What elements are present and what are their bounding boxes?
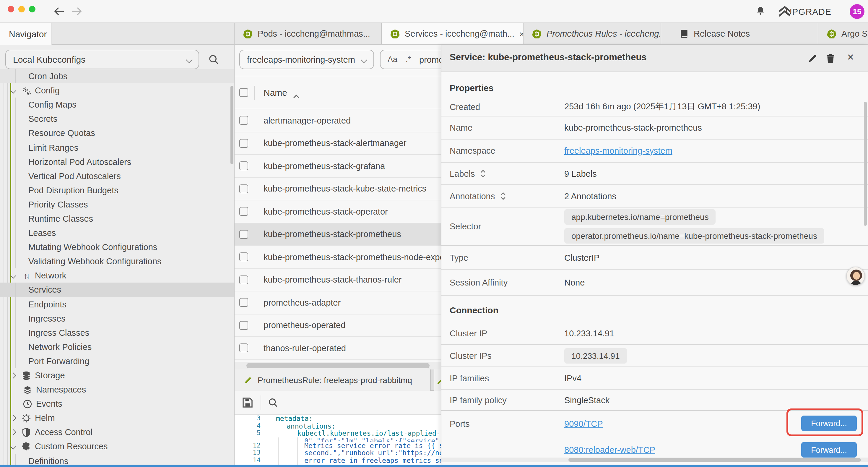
sidebar-item-config-maps[interactable]: Config Maps xyxy=(0,97,234,112)
sidebar-item-secrets[interactable]: Secrets xyxy=(0,112,234,126)
sidebar-item-helm[interactable]: Helm xyxy=(0,411,234,425)
regex-icon[interactable]: .* xyxy=(406,55,411,64)
sidebar-item-validating-webhook-configurations[interactable]: Validating Webhook Configurations xyxy=(0,254,234,268)
sidebar-item-network-policies[interactable]: Network Policies xyxy=(0,340,234,354)
close-tab-icon[interactable]: × xyxy=(514,29,524,39)
scrollbar-thumb[interactable] xyxy=(568,458,861,462)
sidebar-item-services[interactable]: Services xyxy=(0,283,234,297)
row-checkbox[interactable] xyxy=(239,230,248,239)
tab-argo-se[interactable]: Argo Se xyxy=(818,23,868,44)
upgrade-label[interactable]: UPGRADE xyxy=(785,6,831,17)
table-row[interactable]: prometheus-operated xyxy=(235,314,441,337)
user-avatar[interactable] xyxy=(846,267,865,286)
table-row[interactable]: prometheus-adapter xyxy=(235,291,441,314)
edit-pencil-icon[interactable] xyxy=(808,53,818,63)
namespace-select[interactable]: freeleaps-monitoring-system xyxy=(239,50,374,69)
table-row[interactable]: kube-prometheus-stack-operator xyxy=(235,200,441,223)
match-case-icon[interactable]: Aa xyxy=(388,55,397,64)
namespace-link[interactable]: freeleaps-monitoring-system xyxy=(564,146,673,155)
table-horizontal-scrollbar[interactable] xyxy=(235,362,441,370)
column-name-header[interactable]: Name xyxy=(264,87,287,97)
sidebar-item-horizontal-pod-autoscalers[interactable]: Horizontal Pod Autoscalers xyxy=(0,154,234,169)
row-checkbox[interactable] xyxy=(239,139,248,148)
sidebar-item-resource-quotas[interactable]: Resource Quotas xyxy=(0,126,234,140)
row-checkbox[interactable] xyxy=(239,344,248,353)
port-link-1[interactable]: 9090/TCP xyxy=(564,419,603,429)
sidebar-item-storage[interactable]: Storage xyxy=(0,368,234,382)
editor-tab-partial[interactable] xyxy=(434,370,441,391)
sidebar-item-runtime-classes[interactable]: Runtime Classes xyxy=(0,212,234,226)
row-checkbox[interactable] xyxy=(239,253,248,262)
row-checkbox[interactable] xyxy=(239,321,248,330)
sidebar-item-endpoints[interactable]: Endpoints xyxy=(0,297,234,311)
sidebar-item-ingresses[interactable]: Ingresses xyxy=(0,311,234,325)
delete-trash-icon[interactable] xyxy=(826,53,836,63)
table-row[interactable]: kube-prometheus-stack-prometheus-node-ex… xyxy=(235,246,441,269)
sidebar-item-namespaces[interactable]: Namespaces xyxy=(0,382,234,397)
sidebar-item-leases[interactable]: Leases xyxy=(0,226,234,240)
forward-icon[interactable] xyxy=(71,6,83,16)
sidebar-item-limit-ranges[interactable]: Limit Ranges xyxy=(0,140,234,154)
tab-pods-icecheng-mathmas-[interactable]: Pods - icecheng@mathmas... xyxy=(235,23,382,44)
save-icon[interactable] xyxy=(242,397,253,408)
back-icon[interactable] xyxy=(53,6,65,16)
sidebar-item-network[interactable]: ↑↓Network xyxy=(0,269,234,283)
minimize-window-button[interactable] xyxy=(18,6,25,12)
detail-vertical-scrollbar[interactable] xyxy=(864,102,867,226)
sidebar-item-config[interactable]: Config xyxy=(0,83,234,97)
chevron-right-icon[interactable] xyxy=(9,374,17,377)
table-row[interactable]: kube-prometheus-stack-thanos-ruler xyxy=(235,269,441,291)
table-row[interactable]: kube-prometheus-stack-grafana xyxy=(235,155,441,178)
row-checkbox[interactable] xyxy=(239,162,248,171)
navigator-tab[interactable]: Navigator xyxy=(0,23,52,45)
sidebar-item-vertical-pod-autoscalers[interactable]: Vertical Pod Autoscalers xyxy=(0,169,234,183)
row-checkbox[interactable] xyxy=(239,207,248,216)
tab-prometheus-rules-icecheng-[interactable]: Prometheus Rules - icecheng... xyxy=(524,23,661,44)
table-row[interactable]: alertmanager-operated xyxy=(235,109,441,132)
notification-count-badge[interactable]: 15 xyxy=(850,4,864,19)
scrollbar-thumb[interactable] xyxy=(246,363,430,368)
sidebar-search-icon[interactable] xyxy=(208,54,219,65)
forward-button-2[interactable]: Forward... xyxy=(801,442,857,458)
table-row[interactable]: kube-prometheus-stack-kube-state-metrics xyxy=(235,178,441,200)
chevron-right-icon[interactable] xyxy=(9,416,17,420)
close-icon[interactable]: × xyxy=(847,51,854,64)
row-checkbox[interactable] xyxy=(239,184,248,193)
row-checkbox[interactable] xyxy=(239,116,248,125)
close-window-button[interactable] xyxy=(8,6,14,12)
sidebar-item-pod-disruption-budgets[interactable]: Pod Disruption Budgets xyxy=(0,183,234,198)
detail-horizontal-scrollbar[interactable] xyxy=(441,458,868,462)
sidebar-item-cron-jobs[interactable]: Cron Jobs xyxy=(0,69,234,83)
sidebar-item-access-control[interactable]: Access Control xyxy=(0,425,234,439)
table-search-input[interactable]: Aa .* prome xyxy=(380,50,441,69)
row-checkbox[interactable] xyxy=(239,298,248,307)
sidebar-item-events[interactable]: Events xyxy=(0,397,234,411)
select-all-checkbox[interactable] xyxy=(239,88,248,97)
chevron-down-icon[interactable] xyxy=(9,274,17,278)
notifications-bell-icon[interactable] xyxy=(754,5,766,17)
sidebar-item-priority-classes[interactable]: Priority Classes xyxy=(0,198,234,212)
sidebar-item-definitions[interactable]: Definitions xyxy=(0,454,234,465)
port-link-2[interactable]: 8080:reloader-web/TCP xyxy=(564,445,655,455)
expand-toggle-icon[interactable] xyxy=(479,169,486,178)
editor-tab-prometheusrule[interactable]: PrometheusRule: freeleaps-prod-rabbitmq xyxy=(235,370,431,391)
sidebar-item-port-forwarding[interactable]: Port Forwarding xyxy=(0,354,234,368)
chevron-right-icon[interactable] xyxy=(9,430,17,434)
editor-search-icon[interactable] xyxy=(268,397,278,408)
table-row[interactable]: kube-prometheus-stack-prometheus xyxy=(235,223,441,246)
sort-ascending-icon[interactable] xyxy=(293,90,300,95)
maximize-window-button[interactable] xyxy=(29,6,35,12)
yaml-editor[interactable]: 3metadata:4annotations:5kubectl.kubernet… xyxy=(235,415,441,465)
sidebar-item-mutating-webhook-configurations[interactable]: Mutating Webhook Configurations xyxy=(0,240,234,254)
tab-release-notes[interactable]: Release Notes xyxy=(661,23,818,44)
sidebar-item-custom-resources[interactable]: Custom Resources xyxy=(0,439,234,454)
table-row[interactable]: kube-prometheus-stack-alertmanager xyxy=(235,132,441,155)
expand-toggle-icon[interactable] xyxy=(500,192,506,200)
row-checkbox[interactable] xyxy=(239,275,248,284)
sidebar-item-ingress-classes[interactable]: Ingress Classes xyxy=(0,325,234,340)
tab-services-icecheng-math-[interactable]: Services - icecheng@math...× xyxy=(382,23,524,44)
table-row[interactable]: thanos-ruler-operated xyxy=(235,337,441,360)
sidebar-scrollbar[interactable] xyxy=(230,86,234,164)
kubeconfig-select[interactable]: Local Kubeconfigs xyxy=(5,50,199,69)
chevron-down-icon[interactable] xyxy=(9,444,17,448)
